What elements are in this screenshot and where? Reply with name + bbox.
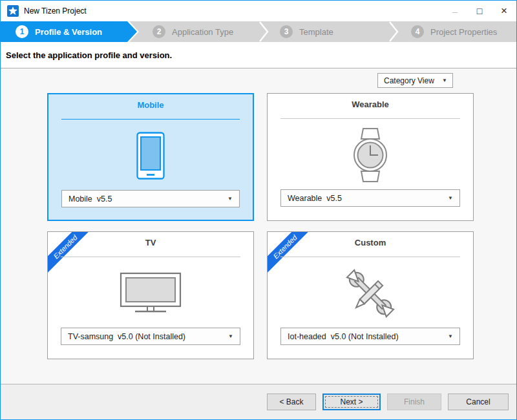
maximize-icon[interactable]: □ xyxy=(467,1,492,21)
chevron-down-icon: ▼ xyxy=(228,333,233,339)
profile-card-tv[interactable]: Extended TV TV-samsung v5.0 (Not Install… xyxy=(47,231,254,359)
category-view-label: Category View xyxy=(384,76,434,85)
wearable-version-dropdown[interactable]: Wearable v5.5 ▼ xyxy=(280,189,460,207)
tv-version-dropdown[interactable]: TV-samsung v5.0 (Not Installed) ▼ xyxy=(61,328,240,345)
step3-number-badge: 3 xyxy=(280,25,293,38)
instruction-text: Select the application profile and versi… xyxy=(6,50,172,60)
step-project-properties: 4 Project Properties xyxy=(411,21,497,42)
step2-number-badge: 2 xyxy=(153,25,165,38)
card-title: Custom xyxy=(268,238,473,247)
chevron-down-icon: ▼ xyxy=(442,78,447,83)
chevron-down-icon: ▼ xyxy=(448,195,453,201)
category-view-dropdown[interactable]: Category View ▼ xyxy=(377,73,453,88)
profile-card-custom[interactable]: Extended Custom xyxy=(267,231,474,359)
profile-card-wearable[interactable]: Wearable Wearable v5.5 ▼ xyxy=(267,93,474,221)
step3-label: Template xyxy=(299,27,333,37)
next-button[interactable]: Next > xyxy=(322,394,381,410)
step-separator-chevron xyxy=(259,21,269,42)
title-bar: New Tizen Project – □ × xyxy=(1,1,516,21)
tizen-logo-icon xyxy=(7,5,19,17)
profile-selection-area: Category View ▼ Mobile Mobile v5.5 ▼ Wea… xyxy=(1,69,516,384)
minimize-icon[interactable]: – xyxy=(443,1,467,21)
chevron-down-icon: ▼ xyxy=(227,196,233,202)
card-divider xyxy=(61,119,240,120)
tools-icon xyxy=(268,262,473,325)
card-divider xyxy=(280,257,460,257)
phone-icon xyxy=(48,124,253,187)
back-button[interactable]: < Back xyxy=(267,394,316,410)
step4-label: Project Properties xyxy=(430,27,497,37)
step2-label: Application Type xyxy=(172,27,233,37)
wizard-description-bar: Select the application profile and versi… xyxy=(1,42,516,68)
step-profile-version: 1 Profile & Version xyxy=(1,21,102,42)
step-template: 3 Template xyxy=(280,21,333,42)
window-controls: – □ × xyxy=(443,1,516,21)
window-title: New Tizen Project xyxy=(24,6,87,16)
tv-icon xyxy=(48,262,253,325)
close-icon[interactable]: × xyxy=(492,1,516,21)
new-tizen-project-dialog: New Tizen Project – □ × 1 Profile & Vers… xyxy=(0,0,517,420)
mobile-version-dropdown[interactable]: Mobile v5.5 ▼ xyxy=(61,190,240,207)
step4-number-badge: 4 xyxy=(411,25,424,38)
card-divider xyxy=(280,118,460,119)
card-title: TV xyxy=(48,238,253,247)
step1-number-badge: 1 xyxy=(16,25,28,38)
step-separator-chevron xyxy=(389,21,399,42)
custom-version-dropdown[interactable]: Iot-headed v5.0 (Not Installed) ▼ xyxy=(280,328,460,345)
step-application-type: 2 Application Type xyxy=(153,21,233,42)
card-title: Wearable xyxy=(268,100,473,109)
card-title: Mobile xyxy=(48,100,253,110)
finish-button[interactable]: Finish xyxy=(387,394,441,410)
wizard-button-bar: < Back Next > Finish Cancel xyxy=(1,384,516,419)
chevron-down-icon: ▼ xyxy=(448,333,453,339)
wizard-step-bar: 1 Profile & Version 2 Application Type 3… xyxy=(1,21,516,42)
cancel-button[interactable]: Cancel xyxy=(448,394,509,410)
profile-card-mobile[interactable]: Mobile Mobile v5.5 ▼ xyxy=(47,93,254,221)
watch-icon xyxy=(268,123,473,187)
step1-label: Profile & Version xyxy=(35,27,102,37)
card-divider xyxy=(61,257,240,257)
